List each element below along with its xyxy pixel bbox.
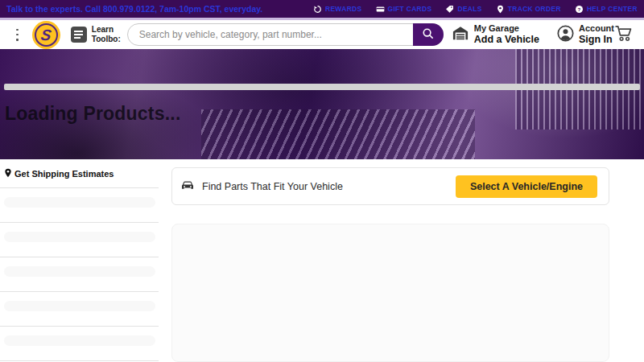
get-shipping-estimates-link[interactable]: Get Shipping Estimates bbox=[0, 159, 159, 187]
deals-tag-icon bbox=[445, 5, 454, 14]
my-garage-label: My Garage Add a Vehicle bbox=[474, 23, 539, 46]
topbar-link-deals[interactable]: DEALS bbox=[445, 5, 481, 14]
search-input[interactable] bbox=[127, 23, 444, 46]
topbar-link-label: DEALS bbox=[457, 5, 481, 13]
logo-letter: S bbox=[40, 27, 52, 43]
sidebar-skeleton-row bbox=[0, 187, 159, 222]
topbar-links: REWARDS GIFT CARDS DEALS TRACK ORDER bbox=[313, 5, 638, 14]
page: Talk to the experts. Call 800.979.0122, … bbox=[0, 0, 644, 362]
location-pin-icon bbox=[4, 169, 12, 179]
vehicle-fitment-card: Find Parts That Fit Your Vehicle Select … bbox=[171, 167, 609, 205]
speedway-logo[interactable]: S bbox=[32, 21, 60, 49]
topbar-link-label: HELP CENTER bbox=[587, 5, 638, 13]
products-placeholder bbox=[171, 224, 609, 362]
learn-toolbox-button[interactable]: Learn Toolbo: bbox=[71, 25, 121, 44]
account-button[interactable]: Account Sign In bbox=[557, 23, 614, 46]
top-utility-bar: Talk to the experts. Call 800.979.0122, … bbox=[0, 0, 644, 18]
search-button[interactable] bbox=[413, 23, 444, 46]
skeleton-bar bbox=[4, 266, 155, 277]
main-content: Find Parts That Fit Your Vehicle Select … bbox=[171, 167, 609, 362]
loading-progress-bar bbox=[4, 84, 640, 90]
sidebar-skeleton-row bbox=[0, 257, 159, 291]
topbar-link-gift-cards[interactable]: GIFT CARDS bbox=[376, 5, 432, 14]
cart-icon bbox=[614, 25, 634, 45]
help-icon: ? bbox=[575, 5, 584, 14]
main-header: S Learn Toolbo: My Garage Add a Ve bbox=[0, 20, 644, 49]
topbar-link-label: TRACK ORDER bbox=[508, 5, 561, 13]
my-garage-button[interactable]: My Garage Add a Vehicle bbox=[452, 23, 539, 46]
skeleton-bar bbox=[4, 232, 155, 242]
get-shipping-estimates-label: Get Shipping Estimates bbox=[14, 169, 114, 179]
select-vehicle-button[interactable]: Select A Vehicle/Engine bbox=[456, 175, 597, 198]
topbar-link-label: REWARDS bbox=[325, 5, 362, 13]
cart-button[interactable] bbox=[614, 25, 634, 45]
topbar-link-help-center[interactable]: ? HELP CENTER bbox=[575, 5, 638, 14]
topbar-link-label: GIFT CARDS bbox=[388, 5, 432, 13]
skeleton-bar bbox=[4, 301, 155, 311]
topbar-link-track-order[interactable]: TRACK ORDER bbox=[496, 5, 561, 14]
rewards-icon bbox=[313, 5, 322, 14]
account-label: Account Sign In bbox=[579, 23, 614, 46]
learn-toolbox-label: Learn Toolbo: bbox=[92, 25, 121, 44]
gift-card-icon bbox=[376, 5, 385, 14]
account-icon bbox=[557, 25, 574, 45]
phone-support-link[interactable]: Talk to the experts. Call 800.979.0122, … bbox=[6, 4, 262, 14]
svg-text:?: ? bbox=[577, 6, 580, 11]
search-bar bbox=[127, 23, 444, 46]
sidebar-skeleton-row bbox=[0, 222, 159, 257]
filters-sidebar: Get Shipping Estimates bbox=[0, 159, 159, 361]
location-pin-icon bbox=[496, 5, 505, 14]
garage-icon bbox=[452, 25, 469, 44]
hero-banner: Loading Products... bbox=[0, 49, 644, 159]
loading-products-text: Loading Products... bbox=[5, 103, 180, 125]
sidebar-divider bbox=[0, 360, 159, 361]
sidebar-skeleton-row bbox=[0, 326, 159, 360]
search-icon bbox=[422, 27, 434, 42]
fitment-label: Find Parts That Fit Your Vehicle bbox=[202, 181, 343, 192]
skeleton-bar bbox=[4, 335, 155, 346]
toolbox-list-icon bbox=[71, 27, 87, 43]
sidebar-skeleton-row bbox=[0, 291, 159, 326]
skeleton-bar bbox=[4, 197, 155, 208]
hamburger-menu-icon[interactable] bbox=[16, 29, 19, 41]
car-icon bbox=[180, 179, 195, 194]
topbar-link-rewards[interactable]: REWARDS bbox=[313, 5, 362, 14]
